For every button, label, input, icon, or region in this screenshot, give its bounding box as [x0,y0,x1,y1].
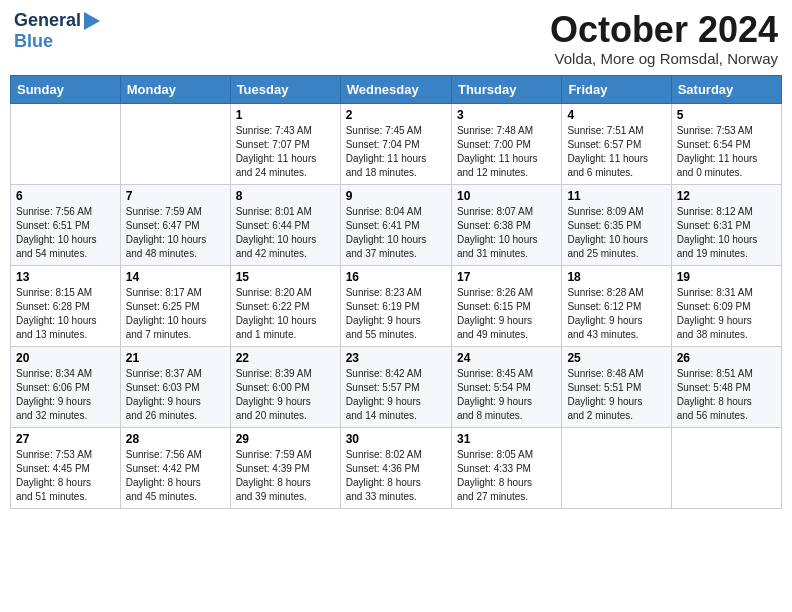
calendar-cell: 22Sunrise: 8:39 AMSunset: 6:00 PMDayligh… [230,346,340,427]
day-number: 2 [346,108,446,122]
day-info: Sunrise: 8:12 AMSunset: 6:31 PMDaylight:… [677,205,776,261]
day-number: 15 [236,270,335,284]
day-number: 21 [126,351,225,365]
calendar-cell: 16Sunrise: 8:23 AMSunset: 6:19 PMDayligh… [340,265,451,346]
calendar-week-5: 27Sunrise: 7:53 AMSunset: 4:45 PMDayligh… [11,427,782,508]
day-info: Sunrise: 7:56 AMSunset: 4:42 PMDaylight:… [126,448,225,504]
page-header: General Blue October 2024 Volda, More og… [10,10,782,67]
col-header-wednesday: Wednesday [340,75,451,103]
calendar-cell: 13Sunrise: 8:15 AMSunset: 6:28 PMDayligh… [11,265,121,346]
day-number: 10 [457,189,556,203]
calendar-cell: 23Sunrise: 8:42 AMSunset: 5:57 PMDayligh… [340,346,451,427]
day-number: 4 [567,108,665,122]
calendar-cell: 21Sunrise: 8:37 AMSunset: 6:03 PMDayligh… [120,346,230,427]
day-info: Sunrise: 8:17 AMSunset: 6:25 PMDaylight:… [126,286,225,342]
calendar-week-2: 6Sunrise: 7:56 AMSunset: 6:51 PMDaylight… [11,184,782,265]
calendar-cell: 6Sunrise: 7:56 AMSunset: 6:51 PMDaylight… [11,184,121,265]
day-info: Sunrise: 7:43 AMSunset: 7:07 PMDaylight:… [236,124,335,180]
logo: General Blue [14,10,100,52]
logo-blue: Blue [14,31,53,51]
day-info: Sunrise: 8:39 AMSunset: 6:00 PMDaylight:… [236,367,335,423]
day-info: Sunrise: 8:04 AMSunset: 6:41 PMDaylight:… [346,205,446,261]
calendar-cell: 30Sunrise: 8:02 AMSunset: 4:36 PMDayligh… [340,427,451,508]
calendar-cell: 31Sunrise: 8:05 AMSunset: 4:33 PMDayligh… [451,427,561,508]
day-number: 13 [16,270,115,284]
col-header-tuesday: Tuesday [230,75,340,103]
day-info: Sunrise: 8:37 AMSunset: 6:03 PMDaylight:… [126,367,225,423]
day-info: Sunrise: 8:23 AMSunset: 6:19 PMDaylight:… [346,286,446,342]
day-info: Sunrise: 8:42 AMSunset: 5:57 PMDaylight:… [346,367,446,423]
day-info: Sunrise: 8:51 AMSunset: 5:48 PMDaylight:… [677,367,776,423]
day-info: Sunrise: 7:48 AMSunset: 7:00 PMDaylight:… [457,124,556,180]
calendar-week-1: 1Sunrise: 7:43 AMSunset: 7:07 PMDaylight… [11,103,782,184]
day-info: Sunrise: 8:15 AMSunset: 6:28 PMDaylight:… [16,286,115,342]
day-info: Sunrise: 7:53 AMSunset: 4:45 PMDaylight:… [16,448,115,504]
day-number: 26 [677,351,776,365]
calendar-table: SundayMondayTuesdayWednesdayThursdayFrid… [10,75,782,509]
calendar-cell: 18Sunrise: 8:28 AMSunset: 6:12 PMDayligh… [562,265,671,346]
month-title: October 2024 [550,10,778,50]
col-header-sunday: Sunday [11,75,121,103]
day-number: 20 [16,351,115,365]
calendar-cell: 29Sunrise: 7:59 AMSunset: 4:39 PMDayligh… [230,427,340,508]
day-number: 16 [346,270,446,284]
calendar-cell: 14Sunrise: 8:17 AMSunset: 6:25 PMDayligh… [120,265,230,346]
day-number: 28 [126,432,225,446]
calendar-cell: 9Sunrise: 8:04 AMSunset: 6:41 PMDaylight… [340,184,451,265]
calendar-cell: 10Sunrise: 8:07 AMSunset: 6:38 PMDayligh… [451,184,561,265]
day-info: Sunrise: 8:28 AMSunset: 6:12 PMDaylight:… [567,286,665,342]
calendar-cell: 8Sunrise: 8:01 AMSunset: 6:44 PMDaylight… [230,184,340,265]
col-header-saturday: Saturday [671,75,781,103]
calendar-cell: 15Sunrise: 8:20 AMSunset: 6:22 PMDayligh… [230,265,340,346]
day-info: Sunrise: 7:59 AMSunset: 6:47 PMDaylight:… [126,205,225,261]
day-number: 12 [677,189,776,203]
calendar-cell: 17Sunrise: 8:26 AMSunset: 6:15 PMDayligh… [451,265,561,346]
calendar-cell: 7Sunrise: 7:59 AMSunset: 6:47 PMDaylight… [120,184,230,265]
day-number: 17 [457,270,556,284]
day-number: 6 [16,189,115,203]
logo-arrow-icon [84,12,100,30]
day-number: 27 [16,432,115,446]
calendar-cell: 4Sunrise: 7:51 AMSunset: 6:57 PMDaylight… [562,103,671,184]
day-number: 30 [346,432,446,446]
calendar-cell: 24Sunrise: 8:45 AMSunset: 5:54 PMDayligh… [451,346,561,427]
day-info: Sunrise: 8:02 AMSunset: 4:36 PMDaylight:… [346,448,446,504]
calendar-cell: 11Sunrise: 8:09 AMSunset: 6:35 PMDayligh… [562,184,671,265]
location: Volda, More og Romsdal, Norway [550,50,778,67]
logo-general: General [14,10,81,31]
calendar-cell: 1Sunrise: 7:43 AMSunset: 7:07 PMDaylight… [230,103,340,184]
calendar-cell [11,103,121,184]
calendar-cell: 5Sunrise: 7:53 AMSunset: 6:54 PMDaylight… [671,103,781,184]
col-header-thursday: Thursday [451,75,561,103]
calendar-cell: 12Sunrise: 8:12 AMSunset: 6:31 PMDayligh… [671,184,781,265]
calendar-header: SundayMondayTuesdayWednesdayThursdayFrid… [11,75,782,103]
calendar-cell: 26Sunrise: 8:51 AMSunset: 5:48 PMDayligh… [671,346,781,427]
day-info: Sunrise: 8:09 AMSunset: 6:35 PMDaylight:… [567,205,665,261]
day-info: Sunrise: 8:26 AMSunset: 6:15 PMDaylight:… [457,286,556,342]
day-number: 3 [457,108,556,122]
calendar-cell: 25Sunrise: 8:48 AMSunset: 5:51 PMDayligh… [562,346,671,427]
day-info: Sunrise: 7:53 AMSunset: 6:54 PMDaylight:… [677,124,776,180]
calendar-cell: 2Sunrise: 7:45 AMSunset: 7:04 PMDaylight… [340,103,451,184]
day-info: Sunrise: 8:45 AMSunset: 5:54 PMDaylight:… [457,367,556,423]
day-info: Sunrise: 7:59 AMSunset: 4:39 PMDaylight:… [236,448,335,504]
day-number: 9 [346,189,446,203]
calendar-cell [562,427,671,508]
calendar-cell [671,427,781,508]
calendar-cell: 20Sunrise: 8:34 AMSunset: 6:06 PMDayligh… [11,346,121,427]
day-info: Sunrise: 8:20 AMSunset: 6:22 PMDaylight:… [236,286,335,342]
day-info: Sunrise: 8:05 AMSunset: 4:33 PMDaylight:… [457,448,556,504]
day-number: 14 [126,270,225,284]
day-number: 22 [236,351,335,365]
day-number: 1 [236,108,335,122]
day-number: 7 [126,189,225,203]
col-header-friday: Friday [562,75,671,103]
col-header-monday: Monday [120,75,230,103]
calendar-cell: 19Sunrise: 8:31 AMSunset: 6:09 PMDayligh… [671,265,781,346]
day-info: Sunrise: 8:31 AMSunset: 6:09 PMDaylight:… [677,286,776,342]
day-info: Sunrise: 8:34 AMSunset: 6:06 PMDaylight:… [16,367,115,423]
day-number: 11 [567,189,665,203]
calendar-cell [120,103,230,184]
title-section: October 2024 Volda, More og Romsdal, Nor… [550,10,778,67]
day-info: Sunrise: 7:45 AMSunset: 7:04 PMDaylight:… [346,124,446,180]
